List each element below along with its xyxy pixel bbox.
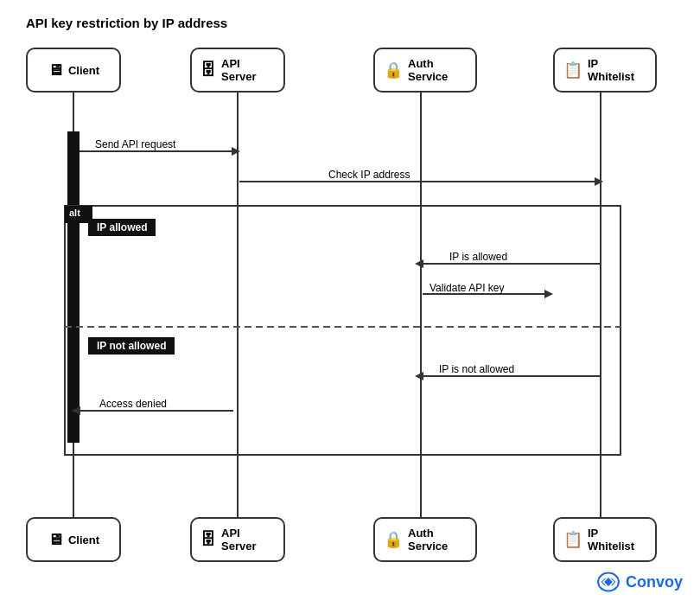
list-icon-bot: 📋 <box>563 530 582 549</box>
actor-client-bot-label: Client <box>68 534 99 546</box>
actor-auth-service-top-label: Auth Service <box>408 57 467 83</box>
actor-api-server-top-label: API Server <box>221 57 275 83</box>
msg-ip-is-not-allowed: IP is not allowed <box>439 363 514 375</box>
actor-ip-whitelist-top-label: IP Whitelist <box>588 57 646 83</box>
diagram: API key restriction by IP address <box>0 0 700 607</box>
msg-access-denied: Access denied <box>99 398 167 410</box>
svg-marker-19 <box>72 406 80 415</box>
actor-auth-service-bot: 🔒 Auth Service <box>373 517 477 562</box>
svg-rect-4 <box>67 131 80 443</box>
server-icon-bot: 🗄 <box>200 531 216 549</box>
server-icon-top: 🗄 <box>200 61 216 80</box>
svg-marker-11 <box>595 177 603 186</box>
lock-icon-top: 🔒 <box>384 61 403 80</box>
convoy-label: Convoy <box>626 573 683 591</box>
convoy-icon-svg <box>596 570 620 594</box>
page-title: API key restriction by IP address <box>26 16 227 30</box>
ip-allowed-label: IP allowed <box>88 219 156 236</box>
ip-not-allowed-label: IP not allowed <box>88 337 175 355</box>
actor-auth-service-top: 🔒 Auth Service <box>373 48 477 93</box>
msg-validate-api-key: Validate API key <box>430 282 505 294</box>
svg-marker-15 <box>544 290 553 298</box>
svg-marker-13 <box>415 259 423 268</box>
svg-marker-9 <box>232 147 240 156</box>
msg-check-ip-address: Check IP address <box>328 169 410 181</box>
actor-client-top: 🖥 Client <box>26 48 121 93</box>
msg-send-api-request: Send API request <box>95 138 175 150</box>
actor-client-top-label: Client <box>68 64 99 77</box>
actor-api-server-top: 🗄 API Server <box>190 48 285 93</box>
svg-rect-5 <box>65 206 620 455</box>
actor-client-bot: 🖥 Client <box>26 517 121 562</box>
actor-ip-whitelist-bot-label: IP Whitelist <box>588 527 646 553</box>
monitor-icon: 🖥 <box>48 61 63 80</box>
svg-marker-17 <box>415 372 423 380</box>
actor-api-server-bot: 🗄 API Server <box>190 517 285 562</box>
actor-ip-whitelist-bot: 📋 IP Whitelist <box>553 517 657 562</box>
alt-label: alt <box>65 206 85 220</box>
actor-auth-service-bot-label: Auth Service <box>408 527 467 553</box>
convoy-logo: Convoy <box>596 570 683 594</box>
monitor-icon-bot: 🖥 <box>48 531 63 549</box>
actor-ip-whitelist-top: 📋 IP Whitelist <box>553 48 657 93</box>
actor-api-server-bot-label: API Server <box>221 527 275 553</box>
lock-icon-bot: 🔒 <box>384 530 403 549</box>
msg-ip-is-allowed: IP is allowed <box>449 251 507 263</box>
list-icon-top: 📋 <box>563 61 582 80</box>
